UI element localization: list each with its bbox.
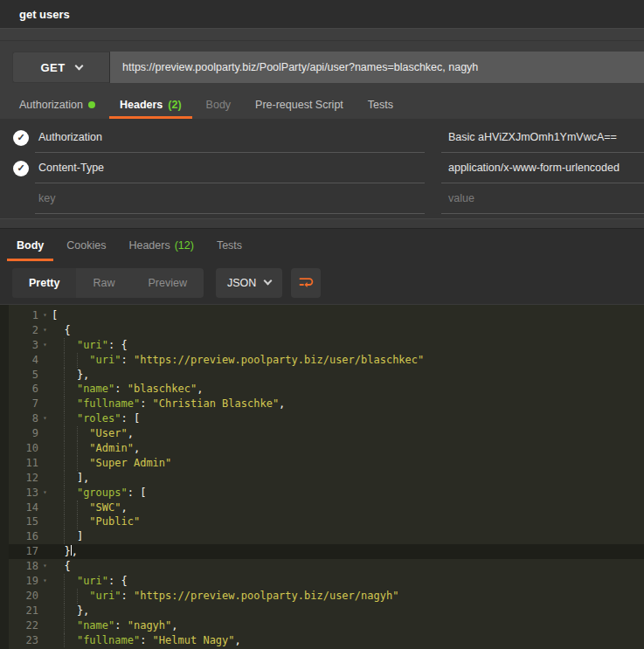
json-key: "fullname" (77, 634, 140, 646)
indent-guide (64, 574, 65, 589)
json-punctuation: : (140, 634, 152, 646)
code-line: 16 ] (0, 529, 644, 544)
code-text: "uri": "https://preview.poolparty.biz/us… (52, 589, 644, 604)
json-punctuation: ], (52, 472, 89, 484)
line-number: 2 (9, 323, 38, 338)
json-key: "uri" (89, 354, 121, 366)
method-dropdown[interactable]: GET (12, 52, 110, 83)
code-text: "SWC", (52, 501, 644, 515)
view-mode-group: PrettyRawPreview (12, 268, 204, 298)
header-new-row: keyvalue (0, 183, 644, 214)
json-string: "https://preview.poolparty.biz/user/nagy… (134, 590, 398, 602)
json-punctuation (52, 427, 89, 439)
fold-arrow-icon[interactable]: ▾ (38, 323, 52, 338)
language-dropdown[interactable]: JSON (216, 268, 282, 298)
json-string: "Admin" (89, 442, 134, 454)
view-mode-pretty[interactable]: Pretty (12, 268, 76, 298)
json-punctuation (52, 501, 89, 514)
line-number: 12 (9, 471, 38, 486)
fold-gutter (38, 529, 52, 544)
json-punctuation: , (197, 383, 203, 395)
code-text: "fullname": "Helmut Nagy", (52, 633, 644, 648)
response-tab-headers[interactable]: Headers(12) (117, 229, 204, 261)
header-value-field[interactable]: value (441, 183, 644, 214)
url-input[interactable] (110, 52, 644, 83)
header-key-field[interactable]: Content-Type (35, 153, 425, 183)
json-punctuation: : (140, 397, 152, 410)
fold-arrow-icon[interactable]: ▾ (38, 411, 52, 426)
response-body-editor[interactable]: 1▾[2▾ {3▾ "uri": {4 "uri": "https://prev… (0, 304, 644, 649)
code-line: 8▾ "roles": [ (0, 411, 644, 426)
header-key-field[interactable]: Authorization (35, 122, 425, 153)
fold-arrow-icon[interactable]: ▾ (38, 338, 52, 353)
json-punctuation: , (235, 634, 241, 646)
fold-arrow-icon[interactable]: ▾ (38, 559, 52, 574)
json-punctuation: , (279, 397, 285, 410)
code-line: 15 "Public" (0, 514, 644, 529)
json-punctuation: : [ (121, 412, 140, 425)
line-number: 6 (9, 382, 38, 397)
wrap-lines-button[interactable] (291, 268, 321, 298)
code-line: 11 "Super Admin" (0, 456, 644, 471)
json-string: "Public" (89, 515, 140, 528)
response-tab-body[interactable]: Body (5, 229, 55, 261)
code-text: ], (52, 471, 644, 486)
view-mode-preview[interactable]: Preview (131, 268, 203, 298)
code-line: 13▾ "groups": [ (0, 486, 644, 501)
header-key-field[interactable]: key (35, 183, 425, 214)
request-tab-headers[interactable]: Headers(2) (107, 90, 194, 119)
request-title-bar: get users (0, 0, 644, 29)
indent-guide (64, 338, 65, 353)
column-gap (425, 122, 441, 153)
code-line: 4 "uri": "https://preview.poolparty.biz/… (0, 353, 644, 368)
fold-arrow-icon[interactable]: ▾ (38, 574, 52, 589)
json-string: "Helmut Nagy" (153, 634, 235, 646)
response-tab-cookies[interactable]: Cookies (55, 229, 117, 261)
code-text: }, (52, 368, 644, 383)
json-punctuation: { (52, 324, 71, 336)
json-punctuation: , (121, 501, 127, 514)
request-tab-tests[interactable]: Tests (356, 90, 405, 119)
fold-arrow-icon[interactable]: ▾ (38, 486, 52, 501)
checkbox-checked-icon[interactable]: ✓ (13, 130, 29, 146)
json-punctuation (52, 354, 89, 366)
column-gap (425, 153, 441, 183)
fold-gutter (38, 441, 52, 456)
line-number: 18 (9, 559, 38, 574)
json-key: "uri" (77, 575, 108, 587)
line-number: 17 (9, 544, 38, 559)
request-tab-body[interactable]: Body (194, 90, 244, 119)
fold-gutter (38, 633, 52, 648)
code-text: "name": "nagyh", (52, 618, 644, 633)
indent-guide (77, 589, 78, 604)
tab-label: Tests (217, 239, 242, 252)
json-string: "Super Admin" (89, 457, 171, 469)
tab-label: Pre-request Script (255, 99, 343, 111)
code-line: 3▾ "uri": { (0, 338, 644, 353)
checkbox-checked-icon[interactable]: ✓ (13, 161, 29, 176)
header-value-field[interactable]: Basic aHViZXJmOmh1YmVwcA== (441, 122, 644, 153)
code-text: { (52, 559, 644, 574)
code-line: 23 "fullname": "Helmut Nagy", (0, 633, 644, 648)
code-text: ] (52, 529, 644, 544)
json-key: "uri" (89, 590, 121, 602)
line-number: 22 (9, 618, 38, 633)
url-bar: GET (12, 52, 644, 83)
editor-left-edge (0, 305, 9, 649)
code-line: 6 "name": "blaschkec", (0, 382, 644, 397)
indent-guide (64, 353, 65, 368)
code-text: "Super Admin" (52, 456, 644, 471)
view-mode-raw[interactable]: Raw (76, 268, 131, 298)
header-value-field[interactable]: application/x-www-form-urlencoded (441, 153, 644, 183)
json-punctuation: ] (52, 530, 83, 542)
request-tab-pre-request-script[interactable]: Pre-request Script (243, 90, 356, 119)
header-row: ✓Content-Typeapplication/x-www-form-urle… (0, 153, 644, 183)
response-toolbar: PrettyRawPreview JSON (0, 261, 644, 304)
line-number: 8 (9, 411, 38, 426)
response-tab-tests[interactable]: Tests (205, 229, 253, 261)
json-key: "roles" (77, 412, 121, 425)
chevron-down-icon (264, 277, 273, 286)
fold-arrow-icon[interactable]: ▾ (38, 308, 52, 323)
request-tab-authorization[interactable]: Authorization (7, 90, 107, 119)
line-number: 21 (9, 604, 38, 618)
